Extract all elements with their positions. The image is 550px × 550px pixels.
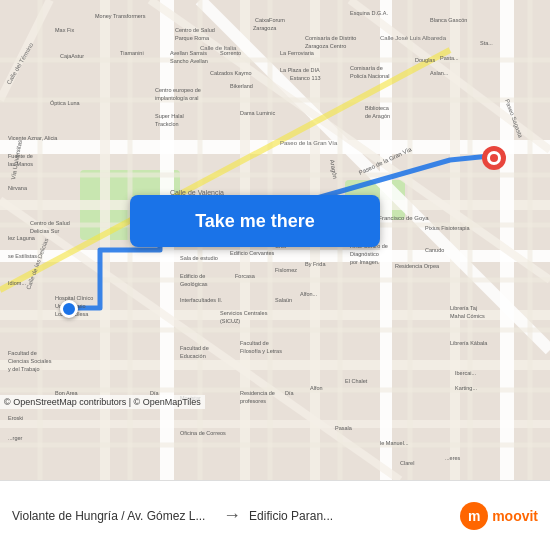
svg-text:La Plaza de DIA: La Plaza de DIA [280,67,320,73]
svg-text:Parque Roma: Parque Roma [175,35,210,41]
moovit-logo: m moovit [460,502,538,530]
svg-text:Oficina de Correos: Oficina de Correos [180,430,226,436]
svg-text:Residencia de: Residencia de [240,390,275,396]
svg-text:Servicios Centrales: Servicios Centrales [220,310,268,316]
svg-text:CaixaForum: CaixaForum [255,17,285,23]
svg-text:las Manos: las Manos [8,161,33,167]
svg-text:Centro de Salud: Centro de Salud [175,27,215,33]
svg-text:Trackclon: Trackclon [155,121,179,127]
svg-text:Tiamanini: Tiamanini [120,50,144,56]
svg-text:Sancho Avellan: Sancho Avellan [170,58,208,64]
svg-text:se Estilistas: se Estilistas [8,253,37,259]
svg-text:Douglas: Douglas [415,57,435,63]
svg-text:Alfon...: Alfon... [300,291,318,297]
svg-text:Max Fix: Max Fix [55,27,75,33]
svg-text:Delicias Sur: Delicias Sur [30,228,60,234]
svg-text:Estanco 113: Estanco 113 [290,75,321,81]
svg-text:de Aragón: de Aragón [365,113,390,119]
svg-text:Filosofía y Letras: Filosofía y Letras [240,348,282,354]
svg-text:Día: Día [285,390,295,396]
svg-text:Karting...: Karting... [455,385,477,391]
svg-text:...eres: ...eres [445,455,461,461]
svg-text:Facultad de: Facultad de [240,340,269,346]
svg-text:Biblioteca: Biblioteca [365,105,390,111]
svg-text:Vicente Aznar, Alicia: Vicente Aznar, Alicia [8,135,58,141]
svg-text:By Frida: By Frida [305,261,326,267]
svg-text:Sta...: Sta... [480,40,493,46]
svg-text:Alfon: Alfon [310,385,323,391]
svg-text:Nirvana: Nirvana [8,185,28,191]
svg-text:Super Halal: Super Halal [155,113,184,119]
svg-text:Comisaría de: Comisaría de [350,65,383,71]
svg-text:Policía Nacional: Policía Nacional [350,73,389,79]
map-container: Calle de Valencia Calle de las Delicias … [0,0,550,480]
svg-text:y del Trabajo: y del Trabajo [8,366,40,372]
svg-text:Ciencias Sociales: Ciencias Sociales [8,358,52,364]
svg-text:Aslan...: Aslan... [430,70,449,76]
svg-text:Fislomez: Fislomez [275,267,297,273]
svg-text:Esquina D.G.A.: Esquina D.G.A. [350,10,388,16]
svg-text:Salaün: Salaün [275,297,292,303]
svg-text:Óptica Luna: Óptica Luna [50,100,81,106]
svg-text:lez Laguna: lez Laguna [8,235,36,241]
svg-text:Calzados Kaymo: Calzados Kaymo [210,70,252,76]
origin-marker [60,300,78,318]
svg-text:Residencia Orpea: Residencia Orpea [395,263,440,269]
svg-text:Money Transformers: Money Transformers [95,13,146,19]
svg-text:Interfacultades II.: Interfacultades II. [180,297,223,303]
svg-text:Edificio de: Edificio de [180,273,205,279]
button-label: Take me there [195,211,315,232]
svg-text:le Manuel...: le Manuel... [380,440,409,446]
svg-text:Calle José Luis Albareda: Calle José Luis Albareda [380,35,447,41]
arrow-right-icon: → [223,505,241,526]
svg-text:Blanca Gascón: Blanca Gascón [430,17,467,23]
moovit-logo-text: moovit [492,508,538,524]
svg-text:Clarel: Clarel [400,460,414,466]
svg-text:Facultad de: Facultad de [8,350,37,356]
svg-text:Mahal Cómics: Mahal Cómics [450,313,485,319]
svg-rect-13 [380,0,392,480]
svg-text:Bikerland: Bikerland [230,83,253,89]
map-attribution: © OpenStreetMap contributors | © OpenMap… [0,395,205,409]
svg-text:Pasala: Pasala [335,425,353,431]
svg-text:profesores: profesores [240,398,266,404]
moovit-logo-icon: m [460,502,488,530]
svg-text:Paseo de la Gran Vía: Paseo de la Gran Vía [280,140,338,146]
svg-text:Centro de Salud: Centro de Salud [30,220,70,226]
svg-text:CajaAstur: CajaAstur [60,53,84,59]
svg-text:Avellan Sarrais: Avellan Sarrais [170,50,207,56]
svg-rect-15 [500,0,514,480]
svg-text:Fuente de: Fuente de [8,153,33,159]
route-from-text: Violante de Hungría / Av. Gómez L... [12,509,215,523]
svg-text:Ibercai...: Ibercai... [455,370,477,376]
svg-text:por Imagen.: por Imagen. [350,259,380,265]
route-to: Edificio Paran... [249,509,452,523]
route-to-text: Edificio Paran... [249,509,452,523]
svg-text:Idiom...: Idiom... [8,280,27,286]
svg-text:Edificio Cervantes: Edificio Cervantes [230,250,275,256]
svg-text:Pasta...: Pasta... [440,55,459,61]
svg-text:Librería Taj: Librería Taj [450,305,477,311]
svg-text:Librería Kábala: Librería Kábala [450,340,488,346]
route-from: Violante de Hungría / Av. Gómez L... [12,509,215,523]
svg-text:Pixius Fisioterapia: Pixius Fisioterapia [425,225,471,231]
svg-text:Geológicas: Geológicas [180,281,208,287]
svg-text:Zaragoza Centro: Zaragoza Centro [305,43,346,49]
svg-text:Sorrento: Sorrento [220,50,241,56]
svg-text:Forcasa: Forcasa [235,273,256,279]
svg-text:Diagnóstico: Diagnóstico [350,251,379,257]
svg-text:Comisaría de Distrito: Comisaría de Distrito [305,35,356,41]
svg-text:Educación: Educación [180,353,206,359]
svg-text:La Ferroviaria: La Ferroviaria [280,50,315,56]
svg-text:Sala de estudio: Sala de estudio [180,255,218,261]
svg-text:Facultad de: Facultad de [180,345,209,351]
svg-text:El Chalet: El Chalet [345,378,368,384]
svg-text:...rger: ...rger [8,435,23,441]
svg-text:Canudo: Canudo [425,247,444,253]
svg-text:Zaragoza: Zaragoza [253,25,277,31]
svg-text:Eroski: Eroski [8,415,23,421]
svg-text:(SICUZ): (SICUZ) [220,318,240,324]
svg-text:Centro europeo de: Centro europeo de [155,87,201,93]
take-me-there-button[interactable]: Take me there [130,195,380,247]
svg-point-144 [490,154,498,162]
